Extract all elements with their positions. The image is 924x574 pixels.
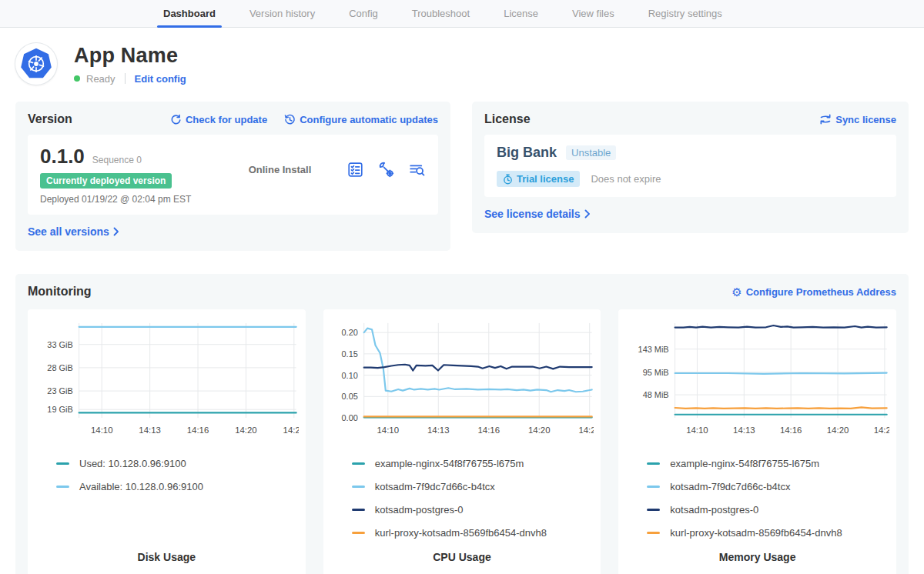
legend-item[interactable]: kotsadm-postgres-0 bbox=[352, 504, 594, 516]
chart-title-disk: Disk Usage bbox=[35, 539, 299, 569]
tab-troubleshoot[interactable]: Troubleshoot bbox=[395, 0, 487, 27]
gear-icon: ⚙ bbox=[732, 286, 742, 298]
svg-text:14:13: 14:13 bbox=[427, 425, 450, 435]
version-section: Version Check for update Configure au bbox=[15, 102, 450, 251]
legend-item[interactable]: kurl-proxy-kotsadm-8569fb6454-dnvh8 bbox=[352, 527, 594, 539]
check-for-update-link[interactable]: Check for update bbox=[170, 114, 267, 125]
tab-view-files[interactable]: View files bbox=[555, 0, 631, 27]
tab-dashboard[interactable]: Dashboard bbox=[146, 0, 233, 27]
license-customer-name: Big Bank bbox=[497, 145, 557, 161]
svg-text:0.05: 0.05 bbox=[341, 392, 357, 401]
legend-label: Used: 10.128.0.96:9100 bbox=[79, 458, 186, 469]
legend-item[interactable]: Used: 10.128.0.96:9100 bbox=[56, 458, 299, 469]
sync-license-link[interactable]: Sync license bbox=[819, 114, 896, 125]
version-heading: Version bbox=[28, 112, 72, 126]
tab-license[interactable]: License bbox=[487, 0, 555, 27]
deploy-logs-button[interactable] bbox=[408, 161, 426, 179]
legend-label: example-nginx-54f8f76755-l675m bbox=[375, 458, 524, 469]
page-title: App Name bbox=[74, 44, 186, 68]
legend-item[interactable]: example-nginx-54f8f76755-l675m bbox=[352, 458, 594, 469]
install-type: Online Install bbox=[213, 164, 346, 175]
chevron-right-icon bbox=[584, 209, 591, 219]
svg-text:14:10: 14:10 bbox=[377, 425, 399, 435]
legend-swatch-icon bbox=[647, 462, 660, 465]
license-section: License Sync license Big Bank Unstable bbox=[472, 102, 909, 233]
legend-item[interactable]: kotsadm-7f9dc7d66c-b4tcx bbox=[647, 481, 889, 492]
see-license-details-link[interactable]: See license details bbox=[484, 208, 591, 220]
sync-arrows-icon bbox=[819, 114, 832, 125]
version-number: 0.1.0 bbox=[40, 145, 85, 169]
legend-swatch-icon bbox=[56, 486, 69, 488]
memory-usage-chart-card: 48 MiB95 MiB143 MiB14:1014:1314:1614:201… bbox=[618, 309, 896, 574]
license-expiry: Does not expire bbox=[591, 173, 661, 185]
see-all-versions-link[interactable]: See all versions bbox=[28, 225, 119, 238]
svg-text:19 GiB: 19 GiB bbox=[47, 405, 72, 414]
memory-usage-chart: 48 MiB95 MiB143 MiB14:1014:1314:1614:201… bbox=[625, 317, 889, 439]
license-heading: License bbox=[484, 112, 531, 126]
legend-item[interactable]: kotsadm-postgres-0 bbox=[647, 504, 889, 516]
chevron-right-icon bbox=[113, 227, 119, 236]
deployed-badge: Currently deployed version bbox=[40, 173, 172, 189]
disk-usage-chart: 19 GiB23 GiB28 GiB33 GiB14:1014:1314:161… bbox=[35, 317, 299, 439]
version-sequence: Sequence 0 bbox=[92, 155, 142, 165]
svg-text:14:16: 14:16 bbox=[477, 425, 500, 435]
legend-label: kurl-proxy-kotsadm-8569fb6454-dnvh8 bbox=[375, 527, 547, 539]
refresh-icon bbox=[170, 114, 182, 125]
svg-text:23 GiB: 23 GiB bbox=[47, 386, 72, 395]
divider bbox=[125, 73, 126, 84]
legend-label: kotsadm-postgres-0 bbox=[375, 504, 464, 516]
svg-text:0.10: 0.10 bbox=[341, 371, 357, 380]
cpu-usage-chart: 0.000.050.100.150.2014:1014:1314:1614:20… bbox=[330, 317, 594, 439]
disk-usage-legend: Used: 10.128.0.96:9100Available: 10.128.… bbox=[56, 458, 299, 492]
svg-text:14:20: 14:20 bbox=[235, 425, 257, 435]
disk-usage-chart-card: 19 GiB23 GiB28 GiB33 GiB14:1014:1314:161… bbox=[28, 309, 306, 574]
svg-text:0.00: 0.00 bbox=[341, 413, 357, 422]
legend-item[interactable]: example-nginx-54f8f76755-l675m bbox=[647, 458, 889, 469]
tab-registry-settings[interactable]: Registry settings bbox=[631, 0, 739, 27]
svg-text:28 GiB: 28 GiB bbox=[47, 363, 72, 372]
current-version-card: 0.1.0 Sequence 0 Currently deployed vers… bbox=[28, 135, 438, 215]
top-navigation: Dashboard Version history Config Trouble… bbox=[0, 0, 924, 28]
svg-text:14:20: 14:20 bbox=[528, 425, 551, 435]
legend-swatch-icon bbox=[352, 532, 365, 534]
stopwatch-icon bbox=[503, 174, 513, 185]
svg-text:14:10: 14:10 bbox=[687, 425, 709, 435]
edit-config-link[interactable]: Edit config bbox=[135, 73, 186, 85]
svg-text:14:16: 14:16 bbox=[187, 425, 209, 435]
clock-refresh-icon bbox=[284, 114, 296, 125]
legend-label: Available: 10.128.0.96:9100 bbox=[79, 481, 203, 492]
legend-item[interactable]: kotsadm-7f9dc7d66c-b4tcx bbox=[352, 481, 594, 492]
status-dot-icon bbox=[74, 75, 80, 82]
svg-text:14:23: 14:23 bbox=[283, 425, 299, 435]
configure-prometheus-link[interactable]: ⚙ Configure Prometheus Address bbox=[732, 286, 896, 298]
legend-label: kotsadm-7f9dc7d66c-b4tcx bbox=[670, 481, 790, 492]
svg-text:14:13: 14:13 bbox=[139, 425, 161, 435]
legend-swatch-icon bbox=[647, 486, 660, 488]
trial-license-badge: Trial license bbox=[497, 171, 580, 187]
tab-config[interactable]: Config bbox=[332, 0, 395, 27]
monitoring-heading: Monitoring bbox=[28, 285, 92, 299]
configure-automatic-updates-link[interactable]: Configure automatic updates bbox=[284, 114, 438, 125]
svg-text:14:10: 14:10 bbox=[91, 425, 113, 435]
kubernetes-logo-icon bbox=[15, 43, 57, 85]
svg-text:14:16: 14:16 bbox=[780, 425, 802, 435]
svg-text:143 MiB: 143 MiB bbox=[638, 345, 669, 354]
legend-item[interactable]: kurl-proxy-kotsadm-8569fb6454-dnvh8 bbox=[647, 527, 889, 539]
monitoring-section: Monitoring ⚙ Configure Prometheus Addres… bbox=[15, 274, 909, 574]
legend-swatch-icon bbox=[647, 509, 660, 511]
legend-swatch-icon bbox=[647, 532, 660, 534]
deployed-timestamp: Deployed 01/19/22 @ 02:04 pm EST bbox=[40, 194, 213, 205]
tab-version-history[interactable]: Version history bbox=[233, 0, 332, 27]
chart-title-cpu: CPU Usage bbox=[330, 539, 594, 569]
legend-swatch-icon bbox=[352, 509, 365, 511]
chart-title-memory: Memory Usage bbox=[625, 539, 889, 569]
svg-text:0.20: 0.20 bbox=[341, 328, 357, 337]
svg-text:14:20: 14:20 bbox=[827, 425, 849, 435]
legend-swatch-icon bbox=[352, 486, 365, 488]
config-values-button[interactable] bbox=[377, 161, 395, 179]
legend-item[interactable]: Available: 10.128.0.96:9100 bbox=[56, 481, 299, 492]
svg-text:95 MiB: 95 MiB bbox=[643, 368, 669, 377]
release-notes-button[interactable] bbox=[346, 161, 364, 179]
svg-text:14:23: 14:23 bbox=[874, 425, 889, 435]
memory-usage-legend: example-nginx-54f8f76755-l675mkotsadm-7f… bbox=[647, 458, 889, 539]
